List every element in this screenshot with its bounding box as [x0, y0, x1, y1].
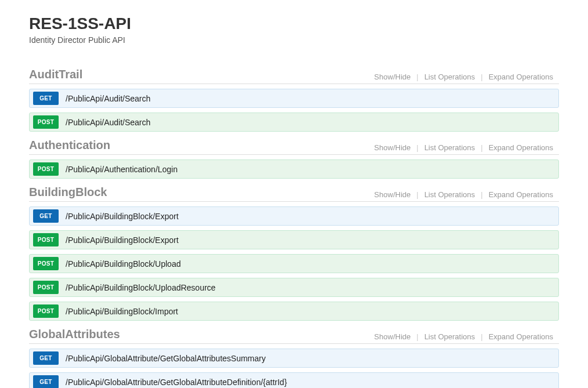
list-operations-link[interactable]: List Operations — [419, 190, 481, 199]
operation-path: /PublicApi/GlobalAttribute/GetGlobalAttr… — [66, 354, 266, 363]
get-badge: GET — [33, 209, 59, 223]
post-badge: POST — [33, 304, 59, 318]
expand-operations-link[interactable]: Expand Operations — [483, 190, 559, 199]
show-hide-link[interactable]: Show/Hide — [369, 332, 417, 341]
section-header: BuildingBlockShow/Hide|List Operations|E… — [29, 186, 559, 202]
operation-path: /PublicApi/BuildingBlock/UploadResource — [66, 283, 215, 292]
section-title[interactable]: BuildingBlock — [29, 186, 107, 199]
api-section: GlobalAttributesShow/Hide|List Operation… — [29, 328, 559, 388]
post-badge: POST — [33, 162, 59, 176]
operation-row[interactable]: POST/PublicApi/BuildingBlock/Import — [29, 302, 559, 321]
operation-path: /PublicApi/BuildingBlock/Export — [66, 235, 179, 245]
section-actions: Show/Hide|List Operations|Expand Operati… — [369, 143, 559, 152]
get-badge: GET — [33, 351, 59, 365]
show-hide-link[interactable]: Show/Hide — [369, 72, 417, 81]
section-title[interactable]: AuditTrail — [29, 68, 82, 81]
api-section: AuthenticationShow/Hide|List Operations|… — [29, 139, 559, 179]
list-operations-link[interactable]: List Operations — [419, 143, 481, 152]
operation-path: /PublicApi/GlobalAttribute/GetGlobalAttr… — [66, 378, 287, 387]
operation-path: /PublicApi/BuildingBlock/Upload — [66, 259, 181, 269]
post-badge: POST — [33, 257, 59, 270]
operation-row[interactable]: POST/PublicApi/BuildingBlock/UploadResou… — [29, 278, 559, 297]
section-header: GlobalAttributesShow/Hide|List Operation… — [29, 328, 559, 344]
operation-row[interactable]: POST/PublicApi/Authentication/Login — [29, 159, 559, 179]
api-section: BuildingBlockShow/Hide|List Operations|E… — [29, 186, 559, 321]
section-header: AuthenticationShow/Hide|List Operations|… — [29, 139, 559, 155]
section-header: AuditTrailShow/Hide|List Operations|Expa… — [29, 68, 559, 84]
operation-path: /PublicApi/Audit/Search — [66, 118, 150, 127]
section-actions: Show/Hide|List Operations|Expand Operati… — [369, 72, 559, 81]
operation-path: /PublicApi/BuildingBlock/Import — [66, 307, 178, 316]
page-title: RES-1SS-API — [29, 14, 559, 33]
show-hide-link[interactable]: Show/Hide — [369, 190, 417, 199]
post-badge: POST — [33, 281, 59, 294]
operation-row[interactable]: POST/PublicApi/Audit/Search — [29, 113, 559, 132]
operation-row[interactable]: POST/PublicApi/BuildingBlock/Upload — [29, 254, 559, 273]
operation-row[interactable]: GET/PublicApi/GlobalAttribute/GetGlobalA… — [29, 349, 559, 368]
section-title[interactable]: GlobalAttributes — [29, 328, 120, 341]
get-badge: GET — [33, 92, 59, 105]
expand-operations-link[interactable]: Expand Operations — [483, 332, 559, 341]
operation-row[interactable]: GET/PublicApi/Audit/Search — [29, 89, 559, 108]
operation-row[interactable]: GET/PublicApi/BuildingBlock/Export — [29, 206, 559, 226]
operation-path: /PublicApi/BuildingBlock/Export — [66, 212, 179, 221]
post-badge: POST — [33, 233, 59, 246]
page-subtitle: Identity Director Public API — [29, 35, 559, 45]
operation-path: /PublicApi/Audit/Search — [66, 94, 150, 103]
api-doc-page: RES-1SS-API Identity Director Public API… — [0, 0, 588, 388]
operation-row[interactable]: GET/PublicApi/GlobalAttribute/GetGlobalA… — [29, 372, 559, 388]
show-hide-link[interactable]: Show/Hide — [369, 143, 417, 152]
list-operations-link[interactable]: List Operations — [419, 332, 481, 341]
section-actions: Show/Hide|List Operations|Expand Operati… — [369, 190, 559, 199]
expand-operations-link[interactable]: Expand Operations — [483, 143, 559, 152]
section-title[interactable]: Authentication — [29, 139, 110, 152]
expand-operations-link[interactable]: Expand Operations — [483, 72, 559, 81]
post-badge: POST — [33, 115, 59, 129]
api-section: AuditTrailShow/Hide|List Operations|Expa… — [29, 68, 559, 132]
get-badge: GET — [33, 375, 59, 388]
operation-path: /PublicApi/Authentication/Login — [66, 165, 178, 174]
section-actions: Show/Hide|List Operations|Expand Operati… — [369, 332, 559, 341]
list-operations-link[interactable]: List Operations — [419, 72, 481, 81]
operation-row[interactable]: POST/PublicApi/BuildingBlock/Export — [29, 230, 559, 249]
